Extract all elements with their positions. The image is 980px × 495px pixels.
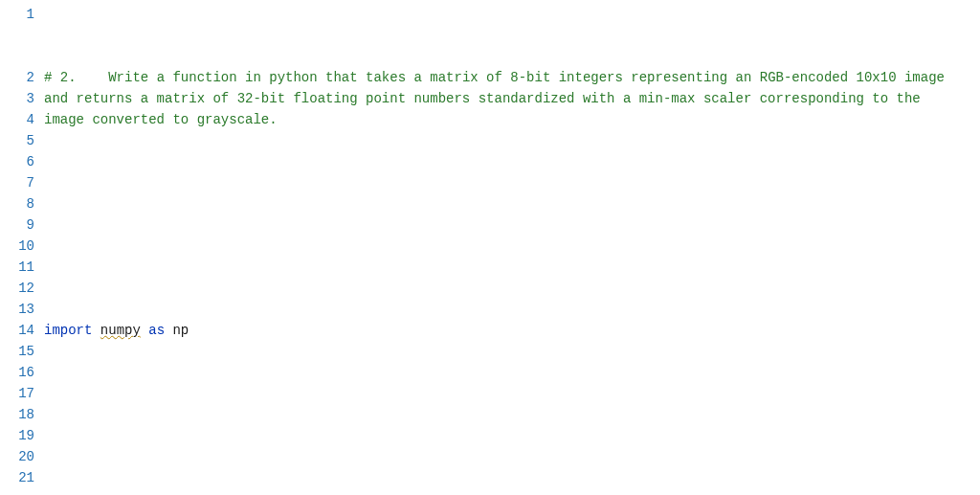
line-number-gutter: 1 2 3 4 5 6 7 8 9 10 11 12 13 14 15 16 1… (0, 4, 44, 495)
comment-prefix: # 2. (44, 70, 108, 85)
line-number-blank (0, 25, 34, 46)
code-line-import[interactable]: import numpy as np (44, 320, 980, 341)
line-number: 14 (0, 320, 34, 341)
line-number-blank (0, 46, 34, 67)
line-number: 12 (0, 278, 34, 299)
line-number: 18 (0, 404, 34, 425)
line-number: 10 (0, 236, 34, 257)
module-numpy: numpy (100, 323, 141, 338)
line-number: 2 (0, 67, 34, 88)
code-editor[interactable]: 1 2 3 4 5 6 7 8 9 10 11 12 13 14 15 16 1… (0, 0, 980, 495)
line-number: 7 (0, 172, 34, 193)
line-number: 1 (0, 4, 34, 25)
code-line-blank[interactable] (44, 425, 980, 446)
line-number: 16 (0, 362, 34, 383)
line-number: 3 (0, 88, 34, 109)
line-number: 21 (0, 467, 34, 488)
code-line-comment[interactable]: # 2. Write a function in python that tak… (44, 67, 980, 130)
line-number: 9 (0, 214, 34, 236)
line-number: 13 (0, 299, 34, 320)
code-line-blank[interactable] (44, 214, 980, 236)
line-number: 6 (0, 151, 34, 172)
kw-as: as (148, 323, 165, 338)
line-number: 20 (0, 446, 34, 467)
line-number: 15 (0, 341, 34, 362)
comment-text: Write a function in python that takes a … (44, 70, 952, 127)
code-area[interactable]: # 2. Write a function in python that tak… (44, 4, 980, 495)
alias-np: np (172, 323, 189, 338)
line-number: 17 (0, 383, 34, 404)
line-number: 4 (0, 109, 34, 130)
line-number: 5 (0, 130, 34, 151)
line-number: 19 (0, 425, 34, 446)
line-number: 11 (0, 257, 34, 278)
line-number: 8 (0, 193, 34, 214)
kw-import: import (44, 323, 92, 338)
